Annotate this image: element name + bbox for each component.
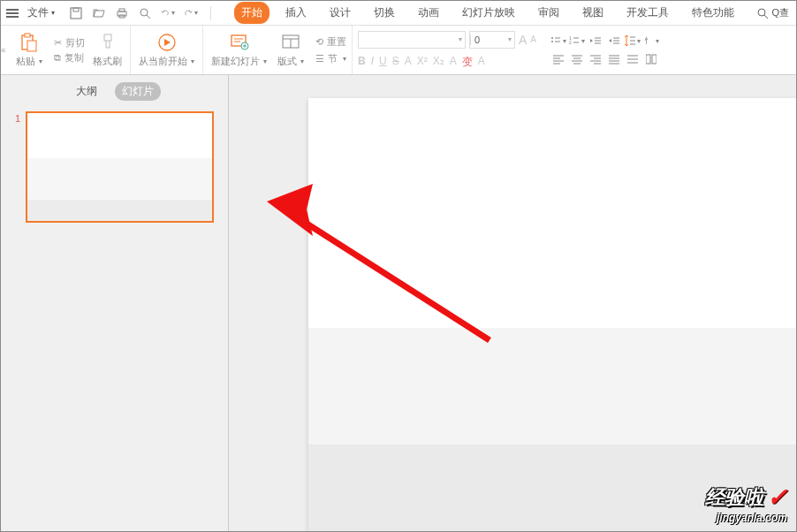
workspace: 大纲 幻灯片 1 [1, 75, 796, 531]
svg-line-8 [764, 15, 768, 19]
subscript-button[interactable]: X₂ [433, 55, 444, 70]
layout-icon [281, 33, 300, 52]
new-slide-button[interactable]: 新建幻灯片 [209, 31, 269, 70]
reset-button[interactable]: ⟲重置 [315, 35, 346, 49]
line-spacing-button[interactable] [625, 33, 641, 49]
columns-button[interactable] [643, 51, 659, 67]
preview-icon[interactable] [138, 6, 152, 20]
quick-access-toolbar [62, 6, 222, 20]
canvas-area [229, 75, 796, 531]
save-icon[interactable] [69, 6, 83, 20]
search-label: Q查 [771, 6, 789, 19]
copy-icon: ⧉ [54, 52, 61, 64]
new-slide-icon [230, 33, 249, 52]
print-icon[interactable] [115, 6, 129, 20]
outline-tab[interactable]: 大纲 [69, 82, 104, 101]
svg-text:忄: 忄 [644, 36, 652, 45]
highlight-button[interactable]: A [450, 55, 457, 70]
svg-rect-0 [71, 8, 81, 19]
decrease-font-icon[interactable]: A [530, 34, 536, 44]
phonetic-button[interactable]: 变 [462, 55, 473, 70]
top-bar: 文件▾ 开始 插入 设计 切换 动画 幻灯片放映 审阅 视图 开发工具 特色功能… [1, 1, 796, 26]
bold-button[interactable]: B [358, 55, 366, 70]
slide-canvas[interactable] [308, 98, 796, 531]
tab-transition[interactable]: 切换 [367, 2, 402, 24]
svg-point-7 [758, 9, 765, 16]
group-paragraph: 12 忄 [542, 26, 664, 74]
thumbnail-row: 1 [15, 111, 214, 223]
cut-button[interactable]: ✂剪切 [54, 36, 85, 49]
reset-icon: ⟲ [315, 36, 323, 48]
numbering-button[interactable]: 12 [569, 33, 585, 49]
svg-rect-10 [25, 34, 30, 37]
section-button[interactable]: ☰节 [315, 52, 346, 65]
tab-view[interactable]: 视图 [575, 2, 611, 24]
strike-button[interactable]: S [392, 55, 399, 70]
group-slides: 新建幻灯片 版式 ⟲重置 ☰节 [203, 26, 353, 74]
play-icon [157, 33, 177, 52]
layout-button[interactable]: 版式 [275, 31, 307, 70]
svg-line-6 [147, 15, 150, 19]
redo-icon[interactable] [184, 6, 198, 20]
italic-button[interactable]: I [371, 55, 374, 70]
from-current-label: 从当前开始 [139, 55, 194, 68]
svg-rect-66 [652, 55, 657, 64]
cut-label: 剪切 [65, 36, 85, 49]
svg-point-23 [551, 37, 553, 39]
paste-button[interactable]: 粘贴 [13, 31, 45, 70]
reset-label: 重置 [327, 35, 346, 49]
clear-format-button[interactable]: A [478, 55, 485, 70]
copy-label: 复制 [65, 51, 84, 65]
group-font: ▾ 0▾ A A B I U S A X² X₂ A 变 A [353, 26, 542, 74]
format-painter-label: 格式刷 [93, 55, 122, 68]
increase-indent-button[interactable] [606, 33, 622, 49]
font-size-field[interactable]: 0 [470, 34, 505, 45]
tab-design[interactable]: 设计 [323, 2, 358, 24]
svg-rect-65 [646, 55, 650, 64]
align-left-button[interactable] [550, 51, 566, 67]
increase-font-icon[interactable]: A [519, 33, 527, 47]
svg-text:2: 2 [569, 40, 572, 45]
align-right-button[interactable] [588, 51, 603, 67]
hamburger-icon[interactable] [4, 7, 20, 19]
open-icon[interactable] [92, 6, 106, 20]
slide-thumbnail-1[interactable] [26, 111, 214, 223]
bullets-button[interactable] [550, 33, 566, 49]
watermark: 经验啦✓ jingyanla.com [705, 483, 787, 524]
side-panel-tabs: 大纲 幻灯片 [1, 75, 228, 108]
scissors-icon: ✂ [54, 37, 62, 49]
collapse-ribbon-icon[interactable]: « [1, 26, 8, 74]
text-direction-button[interactable]: 忄 [643, 33, 659, 49]
decrease-indent-button[interactable] [588, 33, 603, 49]
font-size-combo[interactable]: 0▾ [469, 31, 515, 49]
watermark-main: 经验啦 [705, 484, 763, 511]
tab-review[interactable]: 审阅 [531, 2, 566, 24]
undo-icon[interactable] [161, 6, 175, 20]
distributed-button[interactable] [625, 51, 641, 67]
font-name-combo[interactable]: ▾ [358, 31, 466, 49]
search-button[interactable]: Q查 [756, 6, 796, 19]
align-justify-button[interactable] [606, 51, 622, 67]
ribbon: « 粘贴 ✂剪切 ⧉复制 格式刷 从当前开始 [1, 26, 796, 75]
tab-insert[interactable]: 插入 [278, 2, 314, 24]
font-color-button[interactable]: A [405, 55, 412, 70]
align-center-button[interactable] [569, 51, 585, 67]
superscript-button[interactable]: X² [417, 55, 428, 70]
tab-home[interactable]: 开始 [234, 2, 269, 24]
tab-developer[interactable]: 开发工具 [619, 2, 676, 24]
ribbon-tabs: 开始 插入 设计 切换 动画 幻灯片放映 审阅 视图 开发工具 特色功能 [234, 2, 741, 24]
tab-features[interactable]: 特色功能 [685, 2, 741, 24]
slide-number: 1 [15, 111, 20, 124]
tab-slideshow[interactable]: 幻灯片放映 [455, 2, 522, 24]
underline-button[interactable]: U [379, 55, 387, 70]
svg-point-5 [140, 9, 148, 16]
svg-rect-12 [104, 34, 111, 41]
tab-animation[interactable]: 动画 [411, 2, 446, 24]
file-menu[interactable]: 文件▾ [22, 5, 60, 20]
format-painter-button[interactable]: 格式刷 [90, 31, 125, 70]
file-menu-label: 文件 [27, 5, 49, 20]
copy-button[interactable]: ⧉复制 [54, 51, 85, 65]
from-current-button[interactable]: 从当前开始 [136, 31, 197, 70]
slides-tab[interactable]: 幻灯片 [115, 82, 161, 101]
brush-icon [98, 33, 118, 52]
